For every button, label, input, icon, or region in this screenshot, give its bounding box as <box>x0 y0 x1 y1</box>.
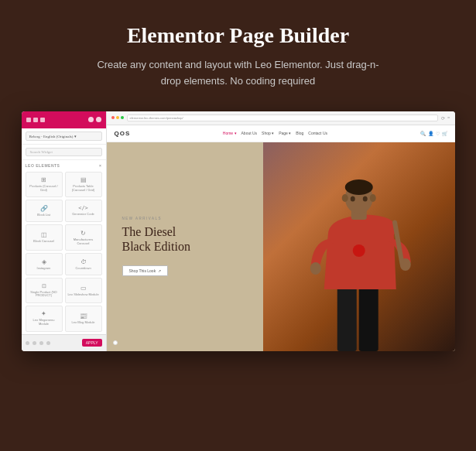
widget-single-product[interactable]: ⊡ Single Product (NO PRODUCT) <box>26 278 63 303</box>
widget-manufacturers-carousel[interactable]: ↻ Manufacturers Carousel <box>65 224 102 251</box>
panel-dropdown-row[interactable]: Beberg - English (Originals) ▾ <box>22 128 106 145</box>
search-widget-input[interactable]: Search Widget <box>26 148 102 156</box>
widget-products-table[interactable]: ▤ Products Table (Carousel / Grid) <box>65 172 102 198</box>
widget-single-product-label: Single Product (NO PRODUCT) <box>28 291 60 299</box>
nav-link-home[interactable]: Home ▾ <box>223 131 237 135</box>
apply-button[interactable]: APPLY <box>82 339 102 347</box>
panel-header-dot <box>40 118 45 122</box>
panel-search-area[interactable]: Search Widget <box>22 145 106 160</box>
shop-this-look-button[interactable]: Shop This Look ↗ <box>122 265 169 276</box>
widget-generator-code-label: Generator Code <box>72 213 94 217</box>
panel-header <box>22 111 106 128</box>
svg-point-7 <box>345 179 373 195</box>
nav-link-shop[interactable]: Shop ▾ <box>262 131 274 135</box>
panel-header-left <box>26 118 45 122</box>
footer-nav-dot[interactable] <box>39 341 43 345</box>
widget-countdown-label: Countdown <box>75 267 91 271</box>
nav-link-blog[interactable]: Blog <box>296 131 303 135</box>
panel-header-dot <box>26 118 31 122</box>
blog-icon: 📰 <box>80 313 87 319</box>
block-carousel-icon: ◫ <box>41 232 47 238</box>
wishlist-icon[interactable]: ♡ <box>436 131 440 136</box>
hero-person-bg <box>263 142 455 351</box>
widget-products[interactable]: ⊞ Products (Carousel / Grid) <box>26 172 63 198</box>
browser-dots <box>111 116 124 119</box>
refresh-icon[interactable]: ⟳ <box>441 115 445 121</box>
slideshow-icon: ▭ <box>80 285 87 292</box>
widget-megamenu-label: Leo Megamenu Module <box>28 319 60 326</box>
cart-icon[interactable]: 🛒 <box>442 131 447 136</box>
instagram-icon: ◈ <box>42 259 46 265</box>
search-placeholder: Search Widget <box>30 150 53 154</box>
site-navbar: QOS Home ▾ About Us Shop ▾ Page ▾ Blog C… <box>107 125 455 142</box>
products-icon: ⊞ <box>41 177 46 183</box>
person-svg <box>263 142 455 351</box>
collapse-icon[interactable]: × <box>99 163 101 168</box>
widget-instagram-label: Instagram <box>37 267 51 271</box>
widget-blog[interactable]: 📰 Leo Blog Module <box>65 306 102 332</box>
svg-point-11 <box>363 196 368 201</box>
browser-url-bar[interactable]: elementor.leo-themes.com/prestashop/ <box>127 114 439 121</box>
nav-link-contact[interactable]: Contact Us <box>308 131 327 135</box>
generator-code-icon: </> <box>78 206 88 211</box>
arrow-icon: ↗ <box>158 268 161 273</box>
svg-rect-0 <box>337 285 357 351</box>
svg-point-2 <box>353 244 365 257</box>
widget-block-carousel[interactable]: ◫ Block Carousel <box>26 224 63 251</box>
footer-nav-dot[interactable] <box>46 341 50 345</box>
widget-products-table-label: Products Table (Carousel / Grid) <box>67 185 100 193</box>
store-dropdown-label: Beberg - English (Originals) ▾ <box>29 134 77 138</box>
widget-slideshow-label: Leo Slideshow Module <box>67 293 98 297</box>
elementor-panel: Beberg - English (Originals) ▾ Search Wi… <box>22 111 107 351</box>
hero-title-line1: The Diesel <box>122 224 190 239</box>
svg-point-8 <box>342 194 348 202</box>
widget-block-carousel-label: Block Carousel <box>33 240 54 244</box>
widget-megamenu[interactable]: ✦ Leo Megamenu Module <box>26 306 63 332</box>
nav-link-about[interactable]: About Us <box>241 131 258 135</box>
store-dropdown[interactable]: Beberg - English (Originals) ▾ <box>26 132 102 141</box>
widget-slideshow[interactable]: ▭ Leo Slideshow Module <box>65 278 102 303</box>
widget-countdown[interactable]: ⏱ Countdown <box>65 253 102 275</box>
browser-maximize-dot <box>121 116 124 119</box>
browser-bar: elementor.leo-themes.com/prestashop/ ⟳ ≡ <box>107 111 455 125</box>
site-nav-icons: 🔍 👤 ♡ 🛒 <box>420 131 447 136</box>
panel-section-label: LEO ELEMENTS × <box>22 160 106 169</box>
block-list-icon: 🔗 <box>40 206 48 212</box>
browser-close-dot <box>111 116 115 119</box>
widgets-grid: ⊞ Products (Carousel / Grid) ▤ Products … <box>22 169 106 334</box>
footer-nav-dot[interactable] <box>26 341 29 345</box>
megamenu-icon: ✦ <box>41 311 46 317</box>
website-preview: elementor.leo-themes.com/prestashop/ ⟳ ≡… <box>107 111 455 351</box>
mockup-container: Beberg - English (Originals) ▾ Search Wi… <box>22 111 455 351</box>
page-title: Elementor Page Builder <box>127 23 349 48</box>
svg-point-9 <box>370 194 376 202</box>
hero-title-line2: Black Edition <box>122 239 190 254</box>
site-nav-links: Home ▾ About Us Shop ▾ Page ▾ Blog Conta… <box>223 131 327 135</box>
panel-header-icon <box>96 117 101 122</box>
widget-block-list[interactable]: 🔗 Block List <box>26 200 63 222</box>
panel-header-dot <box>33 118 38 122</box>
svg-point-3 <box>310 262 321 275</box>
widget-manufacturers-label: Manufacturers Carousel <box>67 238 100 246</box>
panel-header-icon <box>88 117 94 122</box>
nav-link-page[interactable]: Page ▾ <box>279 131 291 135</box>
site-logo: QOS <box>115 130 131 137</box>
widget-products-label: Products (Carousel / Grid) <box>28 185 60 193</box>
menu-icon[interactable]: ≡ <box>447 115 450 121</box>
widget-generator-code[interactable]: </> Generator Code <box>65 200 102 222</box>
browser-minimize-dot <box>116 116 119 119</box>
page-subtitle: Create any content and layout with Leo E… <box>91 57 385 90</box>
svg-point-10 <box>351 196 355 201</box>
manufacturers-icon: ↻ <box>80 231 86 237</box>
single-product-icon: ⊡ <box>42 284 46 289</box>
browser-icons: ⟳ ≡ <box>441 115 450 121</box>
search-icon[interactable]: 🔍 <box>420 131 426 136</box>
widget-instagram[interactable]: ◈ Instagram <box>26 253 63 275</box>
user-icon[interactable]: 👤 <box>428 131 433 136</box>
widget-blog-label: Leo Blog Module <box>71 321 94 325</box>
hero-tag: NEW ARRIVALS <box>122 217 190 220</box>
footer-nav-dot[interactable] <box>33 341 36 345</box>
hero-image <box>263 142 455 351</box>
hero-content: NEW ARRIVALS The Diesel Black Edition Sh… <box>107 205 206 288</box>
svg-rect-1 <box>359 285 378 351</box>
